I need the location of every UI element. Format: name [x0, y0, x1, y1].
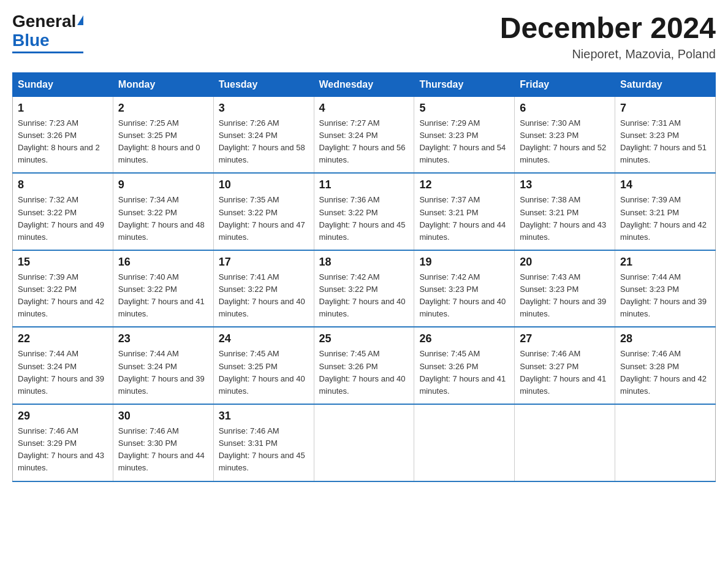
table-row: [515, 404, 615, 481]
day-info: Sunrise: 7:46 AM Sunset: 3:30 PM Dayligh…: [118, 425, 208, 475]
calendar-week-row: 15 Sunrise: 7:39 AM Sunset: 3:22 PM Dayl…: [13, 250, 716, 327]
logo-triangle-icon: [77, 15, 83, 25]
table-row: 4 Sunrise: 7:27 AM Sunset: 3:24 PM Dayli…: [314, 96, 414, 173]
table-row: 30 Sunrise: 7:46 AM Sunset: 3:30 PM Dayl…: [113, 404, 213, 481]
logo-text: General Blue: [12, 12, 83, 50]
day-info: Sunrise: 7:46 AM Sunset: 3:31 PM Dayligh…: [219, 425, 309, 475]
day-info: Sunrise: 7:36 AM Sunset: 3:22 PM Dayligh…: [319, 194, 409, 243]
day-info: Sunrise: 7:41 AM Sunset: 3:22 PM Dayligh…: [219, 271, 309, 321]
day-number: 5: [419, 102, 509, 115]
logo-blue: Blue: [12, 31, 50, 50]
table-row: 16 Sunrise: 7:40 AM Sunset: 3:22 PM Dayl…: [113, 250, 213, 327]
day-info: Sunrise: 7:43 AM Sunset: 3:23 PM Dayligh…: [520, 271, 610, 321]
day-number: 28: [620, 332, 710, 345]
table-row: 26 Sunrise: 7:45 AM Sunset: 3:26 PM Dayl…: [414, 327, 515, 404]
day-number: 15: [18, 256, 108, 269]
table-row: 23 Sunrise: 7:44 AM Sunset: 3:24 PM Dayl…: [113, 327, 213, 404]
day-number: 21: [620, 256, 710, 269]
day-number: 11: [319, 178, 409, 191]
table-row: 9 Sunrise: 7:34 AM Sunset: 3:22 PM Dayli…: [113, 173, 213, 250]
table-row: 6 Sunrise: 7:30 AM Sunset: 3:23 PM Dayli…: [515, 96, 615, 173]
day-info: Sunrise: 7:44 AM Sunset: 3:24 PM Dayligh…: [118, 348, 208, 397]
day-number: 2: [118, 102, 208, 115]
day-info: Sunrise: 7:42 AM Sunset: 3:22 PM Dayligh…: [319, 271, 409, 321]
day-info: Sunrise: 7:44 AM Sunset: 3:24 PM Dayligh…: [18, 348, 108, 397]
day-number: 12: [419, 178, 509, 191]
day-number: 9: [118, 178, 208, 191]
header-thursday: Thursday: [414, 72, 515, 96]
day-info: Sunrise: 7:29 AM Sunset: 3:23 PM Dayligh…: [419, 117, 509, 167]
day-number: 22: [18, 332, 108, 345]
day-info: Sunrise: 7:37 AM Sunset: 3:21 PM Dayligh…: [419, 194, 509, 243]
calendar-week-row: 22 Sunrise: 7:44 AM Sunset: 3:24 PM Dayl…: [13, 327, 716, 404]
table-row: 27 Sunrise: 7:46 AM Sunset: 3:27 PM Dayl…: [515, 327, 615, 404]
day-number: 1: [18, 102, 108, 115]
day-number: 7: [620, 102, 710, 115]
calendar-week-row: 8 Sunrise: 7:32 AM Sunset: 3:22 PM Dayli…: [13, 173, 716, 250]
day-info: Sunrise: 7:30 AM Sunset: 3:23 PM Dayligh…: [520, 117, 610, 167]
day-number: 4: [319, 102, 409, 115]
table-row: 29 Sunrise: 7:46 AM Sunset: 3:29 PM Dayl…: [13, 404, 113, 481]
table-row: [615, 404, 716, 481]
header-saturday: Saturday: [615, 72, 716, 96]
logo: General Blue: [12, 12, 83, 53]
calendar-week-row: 1 Sunrise: 7:23 AM Sunset: 3:26 PM Dayli…: [13, 96, 716, 173]
table-row: 7 Sunrise: 7:31 AM Sunset: 3:23 PM Dayli…: [615, 96, 716, 173]
header-sunday: Sunday: [13, 72, 113, 96]
day-info: Sunrise: 7:32 AM Sunset: 3:22 PM Dayligh…: [18, 194, 108, 243]
day-number: 29: [18, 410, 108, 423]
day-number: 27: [520, 332, 610, 345]
table-row: 15 Sunrise: 7:39 AM Sunset: 3:22 PM Dayl…: [13, 250, 113, 327]
table-row: [314, 404, 414, 481]
day-number: 17: [219, 256, 309, 269]
day-info: Sunrise: 7:35 AM Sunset: 3:22 PM Dayligh…: [219, 194, 309, 243]
calendar-week-row: 29 Sunrise: 7:46 AM Sunset: 3:29 PM Dayl…: [13, 404, 716, 481]
day-number: 3: [219, 102, 309, 115]
day-number: 23: [118, 332, 208, 345]
day-info: Sunrise: 7:39 AM Sunset: 3:22 PM Dayligh…: [18, 271, 108, 321]
day-info: Sunrise: 7:46 AM Sunset: 3:28 PM Dayligh…: [620, 348, 710, 397]
day-info: Sunrise: 7:39 AM Sunset: 3:21 PM Dayligh…: [620, 194, 710, 243]
day-number: 30: [118, 410, 208, 423]
day-number: 6: [520, 102, 610, 115]
table-row: 2 Sunrise: 7:25 AM Sunset: 3:25 PM Dayli…: [113, 96, 213, 173]
day-info: Sunrise: 7:25 AM Sunset: 3:25 PM Dayligh…: [118, 117, 208, 167]
table-row: 19 Sunrise: 7:42 AM Sunset: 3:23 PM Dayl…: [414, 250, 515, 327]
day-info: Sunrise: 7:34 AM Sunset: 3:22 PM Dayligh…: [118, 194, 208, 243]
day-info: Sunrise: 7:23 AM Sunset: 3:26 PM Dayligh…: [18, 117, 108, 167]
day-number: 31: [219, 410, 309, 423]
day-info: Sunrise: 7:42 AM Sunset: 3:23 PM Dayligh…: [419, 271, 509, 321]
table-row: 17 Sunrise: 7:41 AM Sunset: 3:22 PM Dayl…: [213, 250, 314, 327]
day-info: Sunrise: 7:40 AM Sunset: 3:22 PM Dayligh…: [118, 271, 208, 321]
table-row: 10 Sunrise: 7:35 AM Sunset: 3:22 PM Dayl…: [213, 173, 314, 250]
day-number: 26: [419, 332, 509, 345]
header-tuesday: Tuesday: [213, 72, 314, 96]
day-number: 18: [319, 256, 409, 269]
table-row: 13 Sunrise: 7:38 AM Sunset: 3:21 PM Dayl…: [515, 173, 615, 250]
table-row: 28 Sunrise: 7:46 AM Sunset: 3:28 PM Dayl…: [615, 327, 716, 404]
day-info: Sunrise: 7:44 AM Sunset: 3:23 PM Dayligh…: [620, 271, 710, 321]
day-number: 20: [520, 256, 610, 269]
day-number: 16: [118, 256, 208, 269]
logo-underline: [12, 52, 83, 53]
table-row: 3 Sunrise: 7:26 AM Sunset: 3:24 PM Dayli…: [213, 96, 314, 173]
day-info: Sunrise: 7:46 AM Sunset: 3:27 PM Dayligh…: [520, 348, 610, 397]
day-number: 24: [219, 332, 309, 345]
header-wednesday: Wednesday: [314, 72, 414, 96]
table-row: 18 Sunrise: 7:42 AM Sunset: 3:22 PM Dayl…: [314, 250, 414, 327]
day-info: Sunrise: 7:45 AM Sunset: 3:25 PM Dayligh…: [219, 348, 309, 397]
table-row: 11 Sunrise: 7:36 AM Sunset: 3:22 PM Dayl…: [314, 173, 414, 250]
day-info: Sunrise: 7:45 AM Sunset: 3:26 PM Dayligh…: [319, 348, 409, 397]
table-row: 31 Sunrise: 7:46 AM Sunset: 3:31 PM Dayl…: [213, 404, 314, 481]
day-number: 10: [219, 178, 309, 191]
logo-general: General: [12, 12, 76, 31]
day-info: Sunrise: 7:38 AM Sunset: 3:21 PM Dayligh…: [520, 194, 610, 243]
table-row: 14 Sunrise: 7:39 AM Sunset: 3:21 PM Dayl…: [615, 173, 716, 250]
table-row: 21 Sunrise: 7:44 AM Sunset: 3:23 PM Dayl…: [615, 250, 716, 327]
day-number: 8: [18, 178, 108, 191]
day-info: Sunrise: 7:46 AM Sunset: 3:29 PM Dayligh…: [18, 425, 108, 475]
page-header: General Blue December 2024 Nieporet, Maz…: [12, 12, 716, 61]
day-info: Sunrise: 7:31 AM Sunset: 3:23 PM Dayligh…: [620, 117, 710, 167]
table-row: 24 Sunrise: 7:45 AM Sunset: 3:25 PM Dayl…: [213, 327, 314, 404]
day-info: Sunrise: 7:45 AM Sunset: 3:26 PM Dayligh…: [419, 348, 509, 397]
